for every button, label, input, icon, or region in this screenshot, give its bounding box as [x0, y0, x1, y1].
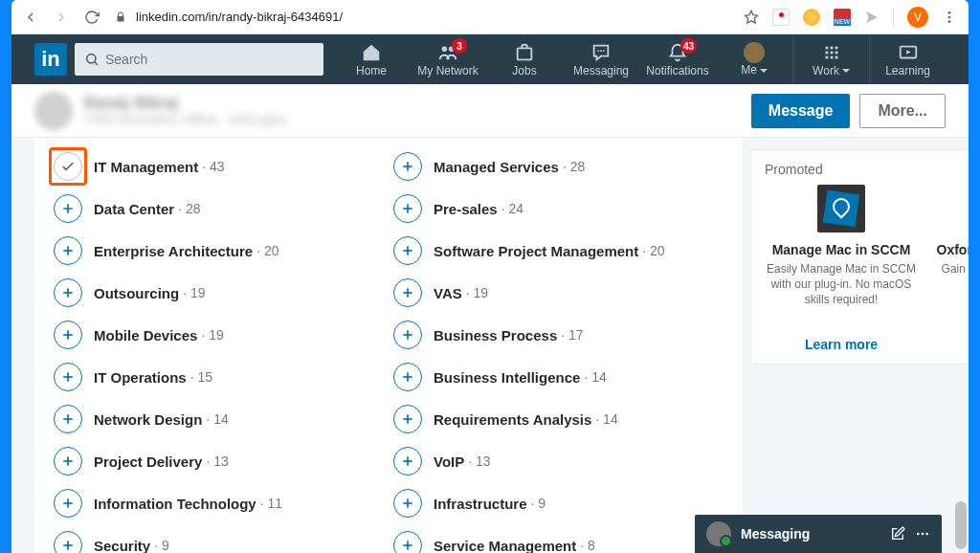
nav-messaging[interactable]: Messaging	[563, 34, 639, 84]
endorse-plus-button[interactable]	[393, 236, 422, 265]
nav-my-network[interactable]: My Network3	[410, 34, 486, 84]
nav-notifications[interactable]: Notifications43	[639, 34, 716, 84]
skill-name[interactable]: Business Intelligence	[434, 369, 580, 386]
promo-image	[817, 185, 865, 232]
svg-rect-12	[825, 46, 828, 49]
endorsed-icon[interactable]	[54, 152, 82, 181]
reload-icon[interactable]	[84, 10, 100, 25]
more-button[interactable]: More...	[859, 94, 946, 128]
skill-name[interactable]: Service Management	[434, 538, 576, 554]
browser-menu-icon[interactable]	[942, 10, 957, 25]
svg-rect-15	[825, 51, 828, 54]
nav-learning[interactable]: Learning	[869, 34, 946, 84]
nav-work[interactable]: Work	[792, 34, 869, 84]
search-input[interactable]	[105, 52, 314, 67]
skill-row: Service Management · 8	[393, 524, 724, 553]
endorse-plus-button[interactable]	[393, 194, 422, 223]
browser-profile-avatar[interactable]: V	[907, 7, 928, 28]
skill-count: · 9	[154, 538, 169, 553]
skill-count: · 28	[563, 159, 585, 174]
skill-name[interactable]: Data Center	[94, 201, 174, 217]
skill-name[interactable]: Information Technology	[94, 496, 256, 512]
endorse-plus-button[interactable]	[54, 405, 82, 433]
endorse-plus-button[interactable]	[393, 447, 422, 476]
extension-icon[interactable]	[772, 9, 790, 26]
nav-me[interactable]: Me	[716, 34, 792, 84]
address-bar[interactable]: linkedin.com/in/randy-bikraj-6434691/	[115, 10, 728, 24]
nav-label: Me	[741, 63, 768, 77]
skill-name[interactable]: Security	[94, 538, 150, 554]
endorse-plus-button[interactable]	[54, 321, 82, 349]
promoted-card[interactable]: Manage Mac in SCCMEasily Manage Mac in S…	[765, 185, 918, 352]
endorse-plus-button[interactable]	[54, 531, 82, 553]
skill-count: · 28	[178, 201, 200, 216]
back-icon[interactable]	[23, 10, 38, 25]
endorse-plus-button[interactable]	[393, 531, 422, 553]
endorse-plus-button[interactable]	[54, 489, 82, 518]
svg-rect-20	[835, 55, 837, 58]
endorse-plus-button[interactable]	[393, 405, 422, 433]
endorse-plus-button[interactable]	[54, 194, 82, 223]
skill-name[interactable]: Business Process	[434, 327, 557, 343]
skill-name[interactable]: Managed Services	[434, 159, 559, 175]
profile-header: Randy Bikraj Chief Information Officer ·…	[11, 84, 969, 138]
nav-label: Jobs	[512, 64, 536, 77]
skill-name[interactable]: Requirements Analysis	[434, 411, 591, 428]
endorse-plus-button[interactable]	[54, 447, 82, 476]
skill-count: · 14	[584, 369, 606, 385]
endorse-plus-button[interactable]	[393, 489, 422, 518]
skill-name[interactable]: VoIP	[434, 453, 464, 470]
nav-label: Home	[356, 64, 387, 77]
jobs-icon	[514, 42, 535, 63]
skill-name[interactable]: Enterprise Architecture	[94, 243, 253, 259]
more-icon[interactable]	[915, 526, 930, 542]
skill-row: IT Management · 43	[54, 145, 384, 188]
home-icon	[361, 42, 382, 63]
bookmark-star-icon[interactable]	[744, 10, 759, 25]
skill-name[interactable]: Pre-sales	[434, 201, 498, 217]
messaging-label: Messaging	[741, 526, 880, 542]
linkedin-logo[interactable]: in	[34, 43, 67, 76]
endorse-plus-button[interactable]	[54, 278, 82, 307]
nav-home[interactable]: Home	[333, 34, 410, 84]
forward-icon[interactable]	[54, 10, 69, 25]
skill-name[interactable]: Network Design	[94, 411, 202, 428]
skill-row: Business Intelligence · 14	[393, 356, 724, 398]
url-text: linkedin.com/in/randy-bikraj-6434691/	[136, 10, 343, 24]
scrollbar-thumb[interactable]	[955, 501, 967, 549]
extension-icon[interactable]	[864, 10, 880, 25]
endorse-plus-button[interactable]	[393, 278, 422, 307]
skill-name[interactable]: Software Project Management	[434, 243, 638, 259]
endorse-plus-button[interactable]	[393, 152, 422, 181]
skill-name[interactable]: Mobile Devices	[94, 327, 197, 343]
compose-icon[interactable]	[890, 526, 905, 542]
profile-subtitle: Chief Information Officer · InfoLogica	[84, 112, 286, 126]
nav-jobs[interactable]: Jobs	[486, 34, 563, 84]
search-box[interactable]	[75, 43, 323, 76]
svg-rect-13	[830, 46, 833, 49]
skill-row: VoIP · 13	[393, 440, 724, 482]
extension-icon[interactable]: NEW	[834, 9, 851, 26]
endorse-plus-button[interactable]	[393, 363, 422, 391]
endorse-plus-button[interactable]	[54, 236, 82, 265]
skill-name[interactable]: Outsourcing	[94, 285, 179, 301]
extension-icon[interactable]	[803, 9, 820, 26]
messaging-overlay[interactable]: Messaging	[695, 515, 942, 553]
skill-row: Business Process · 17	[393, 314, 724, 356]
svg-point-6	[442, 46, 448, 52]
skill-row: Managed Services · 28	[393, 145, 724, 188]
skill-name[interactable]: IT Management	[94, 159, 198, 175]
skill-count: · 43	[202, 159, 224, 174]
promoted-card[interactable]: Oxford AI ProgrammeGain an understanding…	[929, 185, 969, 352]
promo-cta[interactable]: Learn more	[765, 337, 918, 352]
skill-name[interactable]: IT Operations	[94, 369, 187, 386]
endorse-plus-button[interactable]	[54, 363, 82, 391]
skills-section: IT Management · 43Data Center · 28Enterp…	[34, 138, 743, 553]
message-button[interactable]: Message	[751, 94, 851, 128]
skill-name[interactable]: VAS	[434, 285, 462, 301]
skill-name[interactable]: Infrastructure	[434, 496, 527, 512]
skill-name[interactable]: Project Delivery	[94, 453, 202, 470]
promo-cta[interactable]: Learn more	[929, 321, 969, 336]
svg-point-3	[948, 20, 951, 23]
endorse-plus-button[interactable]	[393, 321, 422, 349]
